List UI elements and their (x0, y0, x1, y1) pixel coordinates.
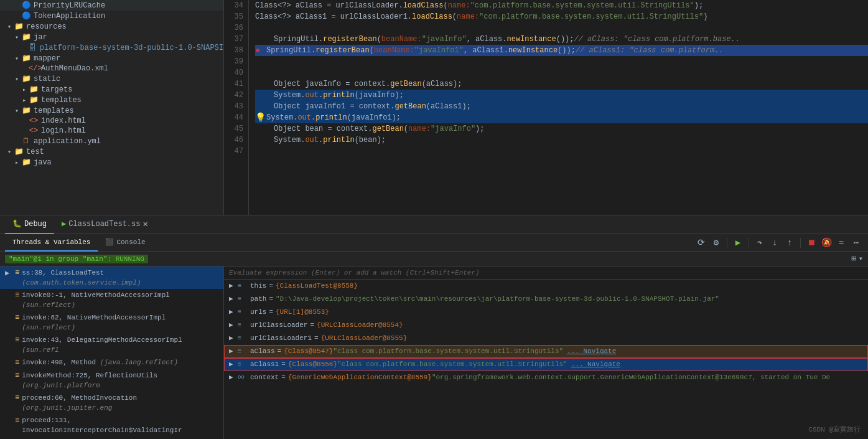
var-equals: = (281, 359, 286, 370)
var-expand-arrow: ▶ (229, 333, 238, 344)
var-item-urlclassloader[interactable]: ▶ ≡ urlClassLoader = {URLClassLoader@855… (224, 319, 868, 332)
folder-icon: 📁 (29, 95, 39, 105)
sidebar-item-tokenapplication[interactable]: 🔵 TokenApplication (0, 11, 223, 21)
var-name: this (250, 281, 266, 291)
var-value: {Class@8547} (284, 346, 333, 357)
var-item-urls[interactable]: ▶ ≡ urls = {URL[1]@8553} (224, 306, 868, 319)
resume-button[interactable]: ▶ (731, 236, 745, 250)
sidebar-item-login-html[interactable]: <> login.html (0, 126, 223, 136)
var-field-icon: ≡ (238, 281, 248, 291)
sidebar-label: login.html (41, 126, 86, 135)
mute-button[interactable]: 🔕 (819, 236, 833, 250)
var-string-value: "org.springframework.web.context.support… (432, 372, 830, 383)
var-navigate-link[interactable]: ... Navigate (571, 359, 620, 370)
debug-tabs-left: 🐛 Debug ▶ ClassLoadTest.ss ✕ (5, 215, 863, 234)
sidebar-item-mapper[interactable]: ▾ 📁 mapper (0, 53, 223, 64)
xml-file-icon: </> (29, 64, 39, 73)
sidebar-item-targets[interactable]: ▸ 📁 targets (0, 84, 223, 95)
evaluate-bar[interactable]: Evaluate expression (Enter) or add a wat… (224, 267, 868, 280)
subtab-console[interactable]: ⬛ Console (98, 234, 152, 252)
var-field-icon: ≡ (238, 307, 248, 318)
var-navigate-link[interactable]: ... Navigate (567, 346, 616, 357)
thread-item-6[interactable]: ≡ proceed:60, MethodInvocation (org.juni… (0, 392, 223, 414)
var-item-path[interactable]: ▶ ≡ path = "D:\Java-develop\project\toke… (224, 293, 868, 306)
thread-item-2[interactable]: ≡ invoke:62, NativeMethodAccessorImpl (s… (0, 311, 223, 334)
thread-label: invoke:62, NativeMethodAccessorImpl (sun… (22, 313, 218, 333)
debug-tab-icon: 🐛 (12, 219, 22, 229)
code-token: Object bean = context. (274, 123, 372, 135)
var-item-this[interactable]: ▶ ≡ this = {ClassLoadTest@8558} (224, 280, 868, 293)
sidebar-item-static[interactable]: ▾ 📁 static (0, 73, 223, 84)
code-line-37: SpringUtil.registerBean( beanName: "java… (255, 34, 868, 45)
step-into-button[interactable]: ↓ (768, 236, 782, 250)
code-token: out (305, 135, 319, 146)
var-equals: = (269, 294, 273, 304)
code-token: ( (370, 45, 374, 56)
code-token: println (323, 135, 354, 146)
sidebar-item-application-yml[interactable]: 🗒 application.yml (0, 136, 223, 146)
sidebar-item-templates-resources[interactable]: ▾ 📁 templates (0, 105, 223, 116)
filter-icon[interactable]: ⊞ (852, 254, 856, 263)
no-arrow (20, 65, 29, 72)
thread-item-4[interactable]: ≡ invoke:498, Method (java.lang.reflect) (0, 356, 223, 369)
step-over-button[interactable]: ↷ (753, 236, 767, 250)
sidebar-item-resources[interactable]: ▾ 📁 resources (0, 21, 223, 32)
thread-stack-icon: ≡ (15, 313, 19, 323)
var-equals: = (278, 346, 282, 357)
evaluate-button[interactable]: ≈ (834, 236, 848, 250)
stop-button[interactable]: ⏹ (805, 236, 818, 250)
classloadtest-tab-icon: ▶ (62, 219, 66, 229)
code-token: "com.platform.base.system.system.util.St… (470, 0, 694, 11)
folder-icon: 📁 (14, 22, 24, 31)
code-token: ()); (558, 45, 576, 56)
thread-item-5[interactable]: ≡ invokeMethod:725, ReflectionUtils (org… (0, 369, 223, 392)
code-token: (javaInfo1); (347, 112, 401, 123)
dropdown-arrow[interactable]: ▾ (859, 254, 863, 263)
step-out-button[interactable]: ↑ (783, 236, 796, 250)
sidebar-label: index.html (41, 116, 86, 125)
var-string-value: "class com.platform.base.system.system.u… (333, 346, 563, 357)
restore-layout-button[interactable]: ⟳ (694, 236, 708, 250)
sidebar-item-test[interactable]: ▾ 📁 test (0, 146, 223, 157)
thread-item-7[interactable]: ≡ proceed:131, InvocationInterceptorChai… (0, 414, 223, 437)
code-token: registerBean (323, 34, 376, 45)
sidebar-item-jar[interactable]: ▾ 📁 jar (0, 32, 223, 42)
var-value: {URLClassLoader@8554} (317, 320, 403, 331)
code-token: "javaInfo" (431, 123, 475, 135)
folder-icon: 📁 (21, 54, 31, 63)
sidebar-item-index-html[interactable]: <> index.html (0, 116, 223, 126)
sidebar-label: mapper (34, 54, 60, 63)
tab-close-button[interactable]: ✕ (140, 219, 150, 229)
var-item-aclass1[interactable]: ▶ ≡ aClass1 = {Class@8556} "class com.pl… (224, 358, 868, 371)
tab-debug[interactable]: 🐛 Debug (5, 215, 54, 234)
code-line-46: System.out.println(bean); (255, 135, 868, 146)
settings-button[interactable]: ⚙ (709, 236, 723, 250)
threads-panel: ▶ ≡ ss:38, ClassLoadTest (com.auth.token… (0, 267, 224, 439)
java-file-icon: 🔵 (21, 1, 31, 10)
sidebar-label: TokenApplication (34, 12, 105, 21)
subtab-threads-variables[interactable]: Threads & Variables (5, 234, 98, 252)
thread-item-3[interactable]: ≡ invoke:43, DelegatingMethodAccessorImp… (0, 334, 223, 356)
more-button[interactable]: ⋯ (849, 236, 863, 250)
tab-classloadtest[interactable]: ▶ ClassLoadTest.ss ✕ (54, 215, 158, 234)
sidebar-item-templates-static[interactable]: ▸ 📁 templates (0, 95, 223, 105)
code-token: loadClass (403, 0, 444, 11)
var-item-aclass[interactable]: ▶ ≡ aClass = {Class@8547} "class com.pla… (224, 345, 868, 358)
thread-item-1[interactable]: ≡ invoke0:-1, NativeMethodAccessorImpl (… (0, 289, 223, 311)
var-value: {URLClassLoader@8555} (321, 333, 408, 344)
thread-expand-arrow: ▶ (5, 268, 12, 278)
sidebar-label: PriorityLRUCache (34, 1, 105, 10)
var-equals: = (314, 333, 319, 344)
code-token: name: (448, 0, 470, 11)
thread-item-0[interactable]: ▶ ≡ ss:38, ClassLoadTest (com.auth.token… (0, 267, 223, 289)
code-token: ( (404, 123, 408, 135)
sidebar-item-prioritylrucache[interactable]: 🔵 PriorityLRUCache (0, 0, 223, 11)
sidebar-item-authdao[interactable]: </> AuthMenuDao.xml (0, 64, 223, 73)
var-item-urlclassloader1[interactable]: ▶ ≡ urlClassLoader1 = {URLClassLoader@85… (224, 332, 868, 345)
var-item-context[interactable]: ▶ oo context = {GenericWebApplicationCon… (224, 371, 868, 384)
folder-icon: 📁 (21, 158, 31, 167)
sidebar-item-platform-jar[interactable]: 🗄 platform-base-system-3d-public-1.0-SNA… (0, 42, 223, 53)
sidebar-item-java[interactable]: ▸ 📁 java (0, 157, 223, 168)
thread-item-8[interactable]: ≡ intercept:149, TimeoutExtension (org.j… (0, 437, 223, 439)
watermark-text: CSDN @寂寞旅行 (808, 426, 861, 433)
